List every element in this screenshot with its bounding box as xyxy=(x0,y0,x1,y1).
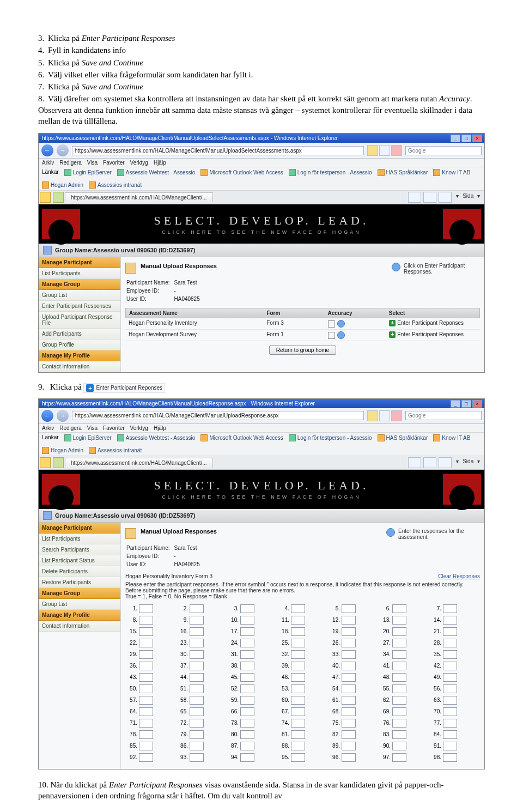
feeds-icon[interactable] xyxy=(423,192,436,203)
response-input[interactable] xyxy=(240,753,254,762)
sidebar-search-participants[interactable]: Search Participants xyxy=(39,544,120,555)
link-intranat[interactable]: Assessios intranät xyxy=(89,181,142,189)
response-input[interactable] xyxy=(139,707,153,716)
accuracy-checkbox[interactable] xyxy=(328,332,335,339)
response-input[interactable] xyxy=(342,730,356,739)
home-icon[interactable] xyxy=(408,192,421,203)
sidebar-upload-file[interactable]: Upload Participant Response File xyxy=(39,312,120,329)
response-input[interactable] xyxy=(240,616,254,625)
response-input[interactable] xyxy=(139,639,153,647)
response-input[interactable] xyxy=(291,604,305,613)
response-input[interactable] xyxy=(139,662,153,670)
enter-responses-link[interactable]: Enter Participant Reponses xyxy=(397,331,464,337)
response-input[interactable] xyxy=(291,753,305,762)
favorites-icon[interactable] xyxy=(40,457,51,468)
feeds-icon[interactable] xyxy=(423,457,436,468)
response-input[interactable] xyxy=(139,742,153,750)
stop-icon[interactable] xyxy=(391,145,402,156)
response-input[interactable] xyxy=(139,650,153,659)
response-input[interactable] xyxy=(240,650,254,659)
link-hogan-admin[interactable]: Hogan Admin xyxy=(42,447,83,454)
response-input[interactable] xyxy=(240,684,254,693)
response-input[interactable] xyxy=(342,673,356,682)
sidebar-group-list[interactable]: Group List xyxy=(39,599,120,610)
response-input[interactable] xyxy=(240,707,254,716)
search-input[interactable]: Google xyxy=(405,146,482,155)
link-owa[interactable]: Microsoft Outlook Web Access xyxy=(200,434,283,441)
response-input[interactable] xyxy=(291,627,305,636)
response-input[interactable] xyxy=(342,707,356,716)
stop-icon[interactable] xyxy=(391,410,402,421)
response-input[interactable] xyxy=(291,616,305,625)
link-testperson[interactable]: Login för testperson - Assessio xyxy=(289,434,372,441)
response-input[interactable] xyxy=(443,650,457,659)
response-input[interactable] xyxy=(392,662,406,670)
sidebar-group-profile[interactable]: Group Profile xyxy=(39,340,120,350)
response-input[interactable] xyxy=(190,616,204,625)
response-input[interactable] xyxy=(443,616,457,625)
response-input[interactable] xyxy=(240,604,254,613)
response-input[interactable] xyxy=(190,684,204,693)
sidebar-delete-participants[interactable]: Delete Participants xyxy=(39,566,120,577)
address-bar[interactable]: https://www.assessmentlink.com/HALO/Mana… xyxy=(72,146,364,155)
response-input[interactable] xyxy=(443,719,457,728)
page-menu[interactable]: ▾ Sida ▾ xyxy=(454,192,482,203)
min-button[interactable]: _ xyxy=(451,400,460,408)
response-input[interactable] xyxy=(342,627,356,636)
print-icon[interactable] xyxy=(439,457,452,468)
response-input[interactable] xyxy=(443,604,457,613)
response-input[interactable] xyxy=(342,662,356,670)
response-input[interactable] xyxy=(443,684,457,693)
response-input[interactable] xyxy=(190,604,204,613)
response-input[interactable] xyxy=(443,627,457,636)
response-input[interactable] xyxy=(190,753,204,762)
add-favorite-icon[interactable] xyxy=(53,192,64,203)
response-input[interactable] xyxy=(392,753,406,762)
response-input[interactable] xyxy=(190,707,204,716)
clear-responses-link[interactable]: Clear Responses xyxy=(438,573,480,579)
response-input[interactable] xyxy=(190,627,204,636)
response-input[interactable] xyxy=(291,650,305,659)
response-input[interactable] xyxy=(190,742,204,750)
help-icon[interactable] xyxy=(337,320,345,328)
response-input[interactable] xyxy=(392,742,406,750)
plus-icon[interactable]: + xyxy=(389,331,396,338)
browser-tab[interactable]: https://www.assessmentlink.com/HALO/Mana… xyxy=(65,458,213,468)
hogan-banner[interactable]: SELECT. DEVELOP. LEAD. CLICK HERE TO SEE… xyxy=(39,204,484,244)
response-input[interactable] xyxy=(392,707,406,716)
close-button[interactable]: × xyxy=(472,135,482,142)
response-input[interactable] xyxy=(291,673,305,682)
response-input[interactable] xyxy=(342,742,356,750)
response-input[interactable] xyxy=(443,753,457,762)
link-testperson[interactable]: Login för testperson - Assessio xyxy=(289,169,372,176)
sidebar-list-participants[interactable]: List Participants xyxy=(39,534,120,544)
response-input[interactable] xyxy=(443,673,457,682)
response-input[interactable] xyxy=(443,662,457,670)
sidebar-list-participants[interactable]: List Participants xyxy=(39,268,120,279)
sidebar-group-list[interactable]: Group List xyxy=(39,290,120,301)
add-favorite-icon[interactable] xyxy=(53,457,64,468)
response-input[interactable] xyxy=(190,696,204,705)
min-button[interactable]: _ xyxy=(451,135,460,142)
max-button[interactable]: □ xyxy=(461,400,471,408)
response-input[interactable] xyxy=(291,684,305,693)
link-knowit[interactable]: Know IT AB xyxy=(433,169,470,176)
response-input[interactable] xyxy=(443,707,457,716)
response-input[interactable] xyxy=(392,673,406,682)
response-input[interactable] xyxy=(392,684,406,693)
response-input[interactable] xyxy=(190,673,204,682)
response-input[interactable] xyxy=(240,719,254,728)
home-icon[interactable] xyxy=(408,457,421,468)
response-input[interactable] xyxy=(291,662,305,670)
sidebar-enter-responses[interactable]: Enter Participant Responses xyxy=(39,301,120,312)
response-input[interactable] xyxy=(139,753,153,762)
response-input[interactable] xyxy=(392,627,406,636)
response-input[interactable] xyxy=(291,730,305,739)
response-input[interactable] xyxy=(139,673,153,682)
return-group-home-button[interactable]: Return to group home xyxy=(269,346,336,355)
response-input[interactable] xyxy=(240,639,254,647)
response-input[interactable] xyxy=(342,650,356,659)
sidebar-contact-info[interactable]: Contact Information xyxy=(39,361,120,372)
response-input[interactable] xyxy=(240,627,254,636)
response-input[interactable] xyxy=(240,696,254,705)
